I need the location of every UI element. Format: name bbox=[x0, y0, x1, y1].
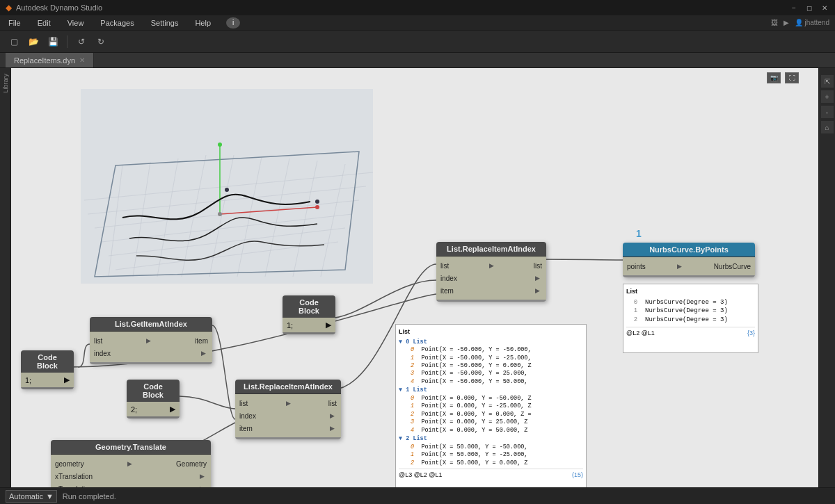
geometry-translate-header: Geometry.Translate bbox=[51, 440, 211, 455]
code-block-2-code: 2; bbox=[131, 405, 137, 414]
redo-button[interactable]: ↻ bbox=[93, 33, 109, 50]
list-get-index-arrow: ▶ bbox=[201, 350, 206, 357]
minimize-button[interactable]: − bbox=[789, 3, 799, 13]
ytranslation-arrow: ▶ bbox=[200, 485, 205, 487]
nurbs-curve-node[interactable]: NurbsCurve.ByPoints points ▶ NurbsCurve bbox=[623, 243, 755, 277]
list-footer-text: @L3 @L2 @L1 bbox=[399, 471, 442, 480]
list-replace-2-index-row: index ▶ bbox=[436, 272, 546, 284]
zoom-fit-button[interactable]: ⇱ bbox=[821, 75, 834, 88]
menu-help[interactable]: Help bbox=[192, 17, 214, 29]
menu-packages[interactable]: Packages bbox=[97, 17, 136, 29]
run-mode-dropdown[interactable]: Automatic ▼ bbox=[6, 490, 57, 503]
list-replace-2-list-label: list bbox=[440, 262, 449, 270]
blue-number-label: 1 bbox=[636, 228, 642, 239]
canvas[interactable]: 1 NurbsCurve.ByPoints points ▶ NurbsCurv… bbox=[11, 68, 818, 487]
list-group-1: ▼ 1 List bbox=[399, 387, 583, 394]
code-block-1-header: Code Block bbox=[21, 350, 74, 373]
window-controls[interactable]: − ◻ ✕ bbox=[789, 3, 829, 13]
list-output-content: ▼ 0 List 0 Point(X = -50.000, Y = -50.00… bbox=[399, 339, 583, 468]
menu-view[interactable]: View bbox=[65, 17, 87, 29]
library-tab[interactable]: Library bbox=[1, 71, 10, 96]
geometry-translate-body: geometry ▶ Geometry xTranslation ▶ yTran… bbox=[51, 455, 211, 487]
list-replace-2-out-label: list bbox=[534, 262, 542, 270]
zoom-in-button[interactable]: + bbox=[821, 90, 834, 103]
list-replace-1-index-label: index bbox=[239, 412, 256, 420]
code-block-2-node[interactable]: Code Block 2; ▶ bbox=[127, 380, 180, 418]
geometry-out: Geometry bbox=[176, 460, 207, 468]
code-block-3-node[interactable]: Code Block 1; ▶ bbox=[283, 295, 335, 334]
app-title-text: Autodesk Dynamo Studio bbox=[16, 3, 102, 12]
list-get-item-footer bbox=[90, 362, 212, 364]
geometry-translate-x-row: xTranslation ▶ bbox=[51, 470, 211, 482]
tabbar: ReplaceItems.dyn ✕ bbox=[0, 53, 835, 68]
view-button-2[interactable]: ⛶ bbox=[785, 72, 799, 83]
list-get-item-list-row: list ▶ item bbox=[90, 334, 212, 347]
nurbs-curve-out: NurbsCurve bbox=[714, 263, 751, 270]
list-1-2: 2 Point(X = 0.000, Y = 0.000, Z = bbox=[399, 411, 583, 418]
tab-label: ReplaceItems.dyn bbox=[14, 56, 75, 65]
info-button[interactable]: i bbox=[226, 17, 240, 29]
list-replace-2-item-arrow: ▶ bbox=[535, 287, 540, 294]
undo-button[interactable]: ↺ bbox=[73, 33, 90, 50]
code-block-1-code: 1; bbox=[25, 376, 31, 384]
list-get-item-node[interactable]: List.GetItemAtIndex list ▶ item index ▶ bbox=[90, 317, 212, 364]
list-replace-2-header: List.ReplaceItemAtIndex bbox=[436, 242, 546, 257]
menu-settings[interactable]: Settings bbox=[148, 17, 182, 29]
list-group-2: ▼ 2 List bbox=[399, 435, 583, 443]
list-get-item-index-row: index ▶ bbox=[90, 347, 212, 359]
list-replace-1-body: list ▶ list index ▶ item ▶ bbox=[235, 394, 341, 437]
geometry-translate-node[interactable]: Geometry.Translate geometry ▶ Geometry x… bbox=[51, 440, 211, 487]
nurbs-points-label: points bbox=[627, 263, 646, 270]
toolbar: ▢ 📂 💾 ↺ ↻ bbox=[0, 31, 835, 53]
zoom-out-button[interactable]: - bbox=[821, 106, 834, 118]
list-get-item-header: List.GetItemAtIndex bbox=[90, 317, 212, 332]
list-replace-1-list-label: list bbox=[239, 400, 248, 407]
list-replace-1-item-arrow: ▶ bbox=[330, 425, 335, 432]
view-button-1[interactable]: 📷 bbox=[767, 72, 781, 83]
list-replace-2-item-label: item bbox=[440, 287, 454, 295]
list-2-2: 2 Point(X = 50.000, Y = 0.000, Z bbox=[399, 460, 583, 467]
nurbs-item-2: 2 NurbsCurve(Degree = 3) bbox=[626, 316, 755, 325]
toolbar-separator bbox=[67, 35, 67, 48]
nurbs-item-0: 0 NurbsCurve(Degree = 3) bbox=[626, 298, 755, 307]
list-replace-node-2[interactable]: List.ReplaceItemAtIndex list ▶ list inde… bbox=[436, 242, 546, 302]
list-2-0: 0 Point(X = 50.000, Y = -50.000, bbox=[399, 444, 583, 451]
list-replace-node-1[interactable]: List.ReplaceItemAtIndex list ▶ list inde… bbox=[235, 380, 341, 439]
code-block-1-body: 1; ▶ bbox=[21, 373, 74, 387]
list-1-1: 1 Point(X = 0.000, Y = -25.000, Z bbox=[399, 403, 583, 410]
list-replace-1-index-row: index ▶ bbox=[235, 409, 341, 422]
ytranslation-label: yTranslation bbox=[55, 485, 93, 488]
code-block-1-footer bbox=[21, 387, 74, 389]
list-replace-2-item-row: item ▶ bbox=[436, 284, 546, 297]
list-0-1: 1 Point(X = -50.000, Y = -25.000, bbox=[399, 355, 583, 362]
tab-replace-items[interactable]: ReplaceItems.dyn ✕ bbox=[6, 53, 94, 67]
code-block-3-header: Code Block bbox=[283, 295, 335, 318]
restore-button[interactable]: ◻ bbox=[804, 3, 814, 13]
nurbs-output-panel: List 0 NurbsCurve(Degree = 3) 1 NurbsCur… bbox=[623, 284, 758, 353]
code-block-3-code: 1; bbox=[287, 321, 293, 330]
save-button[interactable]: 💾 bbox=[45, 33, 61, 50]
run-status-text: Run completed. bbox=[63, 492, 116, 501]
svg-point-23 bbox=[315, 200, 319, 204]
open-button[interactable]: 📂 bbox=[25, 33, 42, 50]
tab-close-button[interactable]: ✕ bbox=[79, 56, 85, 64]
list-1-3: 3 Point(X = 0.000, Y = 25.000, Z bbox=[399, 418, 583, 426]
svg-point-20 bbox=[218, 143, 222, 147]
close-button[interactable]: ✕ bbox=[820, 3, 829, 13]
zoom-home-button[interactable]: ⌂ bbox=[821, 121, 834, 133]
main-layout: Library bbox=[0, 68, 835, 487]
nurbs-points-arrow: ▶ bbox=[677, 263, 682, 270]
list-get-item-out: item bbox=[195, 337, 208, 345]
code-block-1-node[interactable]: Code Block 1; ▶ bbox=[21, 350, 74, 389]
new-button[interactable]: ▢ bbox=[6, 33, 22, 50]
menu-edit[interactable]: Edit bbox=[35, 17, 54, 29]
list-replace-2-footer bbox=[436, 300, 546, 302]
xtranslation-label: xTranslation bbox=[55, 473, 93, 480]
list-get-list-arrow: ▶ bbox=[146, 337, 151, 344]
svg-point-19 bbox=[315, 205, 319, 209]
xtranslation-arrow: ▶ bbox=[200, 473, 205, 480]
geometry-translate-y-row: yTranslation ▶ bbox=[51, 482, 211, 487]
svg-point-21 bbox=[218, 212, 222, 216]
user-avatar[interactable]: 👤 jhattend bbox=[795, 19, 829, 26]
menu-file[interactable]: File bbox=[6, 17, 24, 29]
